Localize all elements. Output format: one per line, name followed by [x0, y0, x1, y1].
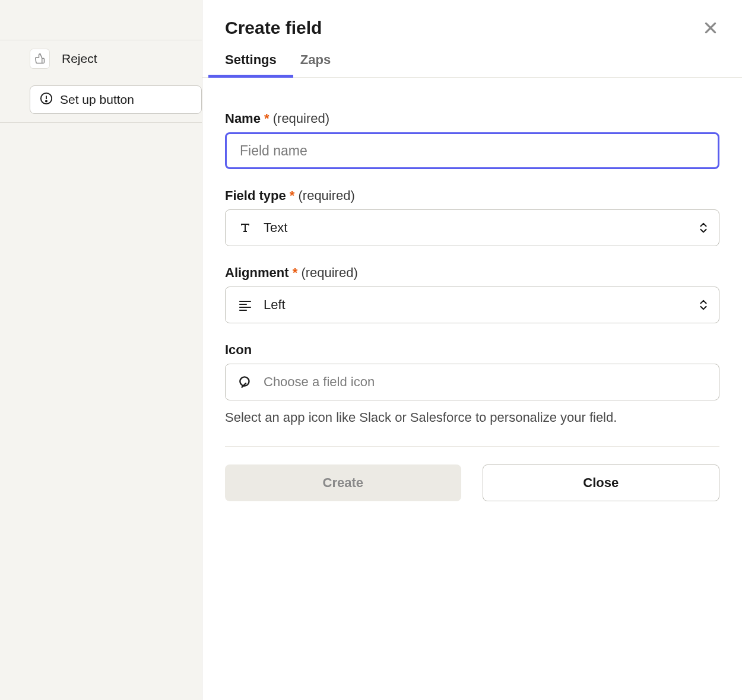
field-type-required-text: (required) [299, 188, 355, 203]
panel-header: Create field [202, 0, 742, 38]
setup-button-box[interactable]: Set up button [30, 85, 202, 114]
bg-top-spacer [0, 0, 202, 40]
form-group-icon: Icon Choose a field icon Select an app i… [225, 342, 719, 427]
name-label-text: Name [225, 111, 261, 126]
close-button[interactable]: Close [483, 464, 720, 501]
create-field-panel: Create field Settings Zaps Name * (requi… [202, 0, 742, 700]
alignment-label-text: Alignment [225, 265, 289, 280]
required-star-icon: * [264, 111, 269, 126]
alignment-value: Left [264, 297, 707, 313]
setup-button-label: Set up button [60, 93, 134, 107]
bg-reject-row: Reject [0, 40, 202, 77]
icon-label: Icon [225, 342, 719, 358]
icon-help-text: Select an app icon like Slack or Salesfo… [225, 408, 719, 427]
chevron-up-down-icon [699, 222, 708, 234]
tabs: Settings Zaps [202, 38, 742, 78]
alignment-required-text: (required) [301, 265, 357, 280]
required-star-icon: * [293, 265, 298, 280]
name-required-text: (required) [273, 111, 329, 126]
field-type-label-text: Field type [225, 188, 286, 203]
bg-setup-row: Set up button [0, 77, 202, 123]
tab-settings[interactable]: Settings [225, 52, 277, 77]
svg-point-2 [46, 100, 47, 101]
name-label: Name * (required) [225, 111, 719, 126]
close-icon[interactable] [702, 19, 719, 37]
name-input[interactable] [225, 132, 719, 169]
text-type-icon [237, 221, 253, 235]
required-star-icon: * [290, 188, 295, 203]
background-panel: Reject Set up button [0, 0, 202, 700]
form-group-name: Name * (required) [225, 111, 719, 169]
form-group-field-type: Field type * (required) Text [225, 188, 719, 246]
divider [225, 446, 719, 447]
icon-select[interactable]: Choose a field icon [225, 364, 719, 400]
chevron-up-down-icon [699, 299, 708, 311]
form-group-alignment: Alignment * (required) Left [225, 265, 719, 323]
alignment-label: Alignment * (required) [225, 265, 719, 281]
icon-placeholder: Choose a field icon [264, 374, 707, 390]
field-type-label: Field type * (required) [225, 188, 719, 203]
bg-reject-label: Reject [62, 52, 97, 66]
tab-zaps[interactable]: Zaps [300, 52, 331, 77]
create-button[interactable]: Create [225, 464, 461, 501]
alignment-select[interactable]: Left [225, 287, 719, 323]
search-icon [237, 374, 253, 390]
form-body: Name * (required) Field type * (required… [202, 78, 742, 501]
alert-circle-icon [40, 92, 53, 107]
button-row: Create Close [225, 464, 719, 501]
icon-label-text: Icon [225, 342, 252, 357]
field-type-select[interactable]: Text [225, 209, 719, 246]
field-type-value: Text [264, 220, 707, 236]
align-left-icon [237, 298, 253, 312]
thumbs-down-icon [30, 49, 50, 69]
panel-title: Create field [225, 18, 322, 38]
